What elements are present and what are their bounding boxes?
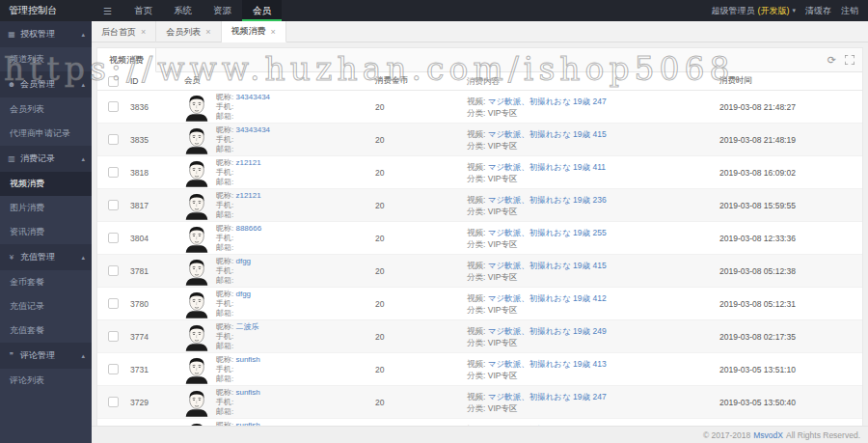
sidebar-item[interactable]: 频道列表: [0, 47, 92, 71]
panel-tabs-bar: 视频消费 ⟳: [97, 48, 862, 72]
menu-toggle-icon[interactable]: ☰: [92, 0, 123, 21]
phone-label: 手机:: [216, 168, 261, 178]
row-checkbox[interactable]: [108, 265, 119, 276]
video-title-link[interactable]: マジ軟派、初撮れおな 19歳 247: [488, 97, 607, 106]
user-menu[interactable]: 超级管理员 (开发版) ▾: [711, 5, 796, 17]
category-label: 分类:: [467, 239, 485, 249]
nav-item[interactable]: 系统: [163, 0, 203, 21]
sidebar-item[interactable]: 会员列表: [0, 97, 92, 122]
logout-button[interactable]: 注销: [841, 5, 858, 17]
table-row: 昵称: sunfish 手机: 邮箱: 视频: マジ軟派、初撮れおな 19歳 4…: [97, 419, 862, 426]
cell-member: 昵称: 二波乐 手机: 邮箱:: [184, 322, 373, 351]
category-value: VIP专区: [488, 174, 518, 183]
category-label: 分类:: [467, 108, 485, 118]
member-nick-link[interactable]: 888666: [235, 224, 261, 233]
video-title-link[interactable]: マジ軟派、初撮れおな 19歳 411: [488, 162, 606, 172]
video-title-link[interactable]: マジ軟派、初撮れおな 19歳 413: [488, 359, 607, 369]
sidebar-item[interactable]: 视频消费: [0, 172, 92, 196]
row-checkbox[interactable]: [108, 364, 119, 374]
nav-item[interactable]: 首页: [123, 0, 163, 21]
sidebar-item[interactable]: 评论列表: [0, 369, 92, 393]
phone-label: 手机:: [216, 365, 260, 374]
row-checkbox[interactable]: [108, 298, 119, 309]
cell-content: 视频: マジ軟派、初撮れおな 19歳 412 分类: VIP专区: [467, 292, 719, 316]
content-area: 视频消费 ⟳ ID 会员 消费金币 消费内容: [92, 42, 868, 443]
table-row: 3818 昵称: z12121 手机: 邮箱: 20 视频: マジ軟派、初撮れお…: [97, 156, 862, 189]
sidebar-group-header[interactable]: ▦ 授权管理 ▴: [0, 21, 92, 47]
open-tab[interactable]: 会员列表 ×: [156, 21, 221, 42]
row-checkbox[interactable]: [108, 134, 119, 145]
sidebar-item[interactable]: 金币套餐: [0, 270, 92, 294]
sidebar-item[interactable]: 充值套餐: [0, 318, 92, 343]
sidebar-group-header[interactable]: ¥ 充值管理 ▴: [0, 244, 92, 270]
footer-brand-link[interactable]: MsvodX: [753, 430, 783, 440]
open-tab[interactable]: 后台首页 ×: [92, 21, 156, 42]
member-nick-link[interactable]: z12121: [235, 191, 260, 200]
sidebar-group-header[interactable]: ▥ 消费记录 ▴: [0, 146, 92, 172]
clear-cache-button[interactable]: 清缓存: [805, 5, 831, 17]
row-checkbox[interactable]: [108, 167, 119, 178]
sidebar-group-icon: ▦: [7, 30, 16, 39]
category-label: 分类:: [467, 338, 485, 347]
video-label: 视频:: [467, 261, 485, 270]
member-nick-link[interactable]: dfgg: [235, 290, 251, 298]
table-body: 3836 昵称: 34343434 手机: 邮箱: 20 视频: マジ軟派、初撮…: [97, 91, 862, 426]
video-title-link[interactable]: マジ軟派、初撮れおな 19歳 412: [488, 293, 607, 303]
member-avatar: [184, 290, 209, 318]
sidebar-item[interactable]: 资讯消费: [0, 220, 92, 244]
select-all-checkbox[interactable]: [108, 76, 119, 87]
video-title-link[interactable]: マジ軟派、初撮れおな 19歳 247: [488, 392, 607, 401]
email-label: 邮箱:: [216, 276, 251, 286]
member-info: 昵称: z12121 手机: 邮箱:: [216, 191, 261, 220]
refresh-icon[interactable]: ⟳: [827, 55, 836, 66]
close-icon[interactable]: ×: [141, 27, 146, 37]
cell-content: 视频: マジ軟派、初撮れおな 19歳 236 分类: VIP专区: [467, 194, 719, 217]
video-title-link[interactable]: マジ軟派、初撮れおな 19歳 415: [488, 261, 607, 270]
panel-tab-video-consumption[interactable]: 视频消费: [97, 48, 156, 72]
sidebar-item-label: 视频消费: [10, 179, 44, 188]
row-checkbox[interactable]: [108, 101, 119, 112]
main-layout: ▦ 授权管理 ▴ 频道列表 ☻ 会员管理 ▴ 会员列表代理商申请记录 ▥ 消费记…: [0, 21, 868, 443]
collapse-arrow-icon: ▴: [81, 254, 85, 262]
row-checkbox[interactable]: [108, 233, 119, 243]
open-tab[interactable]: 视频消费 ×: [222, 21, 286, 42]
category-label: 分类:: [467, 305, 485, 315]
table-row: 3774 昵称: 二波乐 手机: 邮箱: 20 视频: マジ軟派、初撮れおな 1…: [97, 320, 862, 353]
fullscreen-icon[interactable]: [845, 55, 854, 65]
sidebar-item[interactable]: 充值记录: [0, 294, 92, 318]
sidebar-group-label: 充值管理: [20, 251, 55, 263]
video-title-link[interactable]: マジ軟派、初撮れおな 19歳 236: [488, 195, 607, 205]
row-checkbox[interactable]: [108, 397, 119, 407]
sidebar-item-label: 资讯消费: [10, 227, 44, 236]
close-icon[interactable]: ×: [271, 27, 276, 37]
close-icon[interactable]: ×: [205, 27, 210, 37]
video-title-link[interactable]: マジ軟派、初撮れおな 19歳 415: [488, 129, 607, 139]
member-nick-link[interactable]: 34343434: [235, 93, 270, 101]
member-nick-link[interactable]: sunfish: [235, 388, 259, 397]
cell-member: 昵称: 34343434 手机: 邮箱:: [184, 125, 373, 154]
member-nick-link[interactable]: sunfish: [235, 355, 259, 364]
member-nick-link[interactable]: z12121: [235, 158, 260, 167]
nav-item[interactable]: 资源: [203, 0, 242, 21]
video-label: 视频:: [467, 162, 485, 172]
nick-label: 昵称:: [216, 388, 233, 397]
member-nick-link[interactable]: 二波乐: [235, 322, 258, 331]
sidebar-group-label: 评论管理: [20, 349, 55, 362]
cell-id: 3774: [128, 332, 184, 342]
row-checkbox[interactable]: [108, 331, 119, 342]
member-nick-link[interactable]: dfgg: [235, 257, 251, 265]
table-row: 3817 昵称: z12121 手机: 邮箱: 20 视频: マジ軟派、初撮れお…: [97, 189, 862, 222]
sidebar-group-header[interactable]: ❞ 评论管理 ▴: [0, 343, 92, 369]
cell-time: 2019-03-08 05:12:31: [719, 299, 862, 309]
main-area: 后台首页 × 会员列表 × 视频消费 × 视频消费 ⟳: [92, 21, 868, 443]
cell-time: 2019-03-05 13:51:10: [719, 365, 862, 374]
member-nick-link[interactable]: 34343434: [235, 125, 270, 134]
sidebar-group-header[interactable]: ☻ 会员管理 ▴: [0, 71, 92, 97]
sidebar-item[interactable]: 图片消费: [0, 196, 92, 220]
video-title-link[interactable]: マジ軟派、初撮れおな 19歳 255: [488, 228, 607, 237]
row-checkbox[interactable]: [108, 200, 119, 210]
email-label: 邮箱:: [216, 407, 260, 417]
video-title-link[interactable]: マジ軟派、初撮れおな 19歳 249: [488, 326, 607, 336]
nav-item[interactable]: 会员: [242, 0, 282, 21]
sidebar-item[interactable]: 代理商申请记录: [0, 122, 92, 146]
